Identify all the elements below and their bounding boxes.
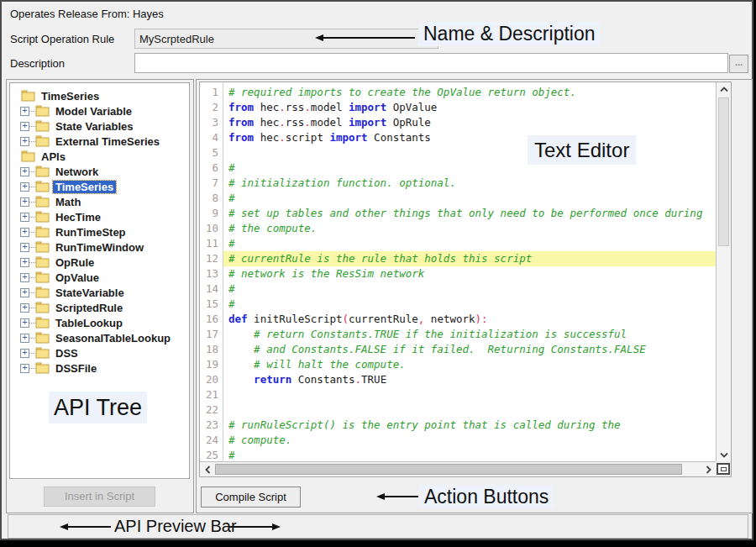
code-line-text: # compute. xyxy=(223,433,716,448)
tree-item-external-timeseries[interactable]: +External TimeSeries xyxy=(10,134,189,149)
tree-item-dss[interactable]: +DSS xyxy=(10,345,189,360)
code-line-text: return Constants.TRUE xyxy=(223,372,716,387)
tree-item-dssfile[interactable]: +DSSFile xyxy=(10,360,189,376)
code-line-text: # xyxy=(223,160,716,176)
tree-connector xyxy=(29,202,35,202)
horizontal-scrollbar[interactable] xyxy=(200,461,716,476)
tree-item-label: SeasonalTableLookup xyxy=(53,332,173,345)
tree-item-state-variables[interactable]: +State Variables xyxy=(10,118,189,134)
tree-item-apis[interactable]: APIs xyxy=(10,149,189,164)
code-line: 16def initRuleScript(currentRule, networ… xyxy=(200,312,716,327)
expand-plus-icon[interactable]: + xyxy=(20,303,29,313)
description-browse-button[interactable]: ... xyxy=(729,55,748,73)
line-number: 12 xyxy=(200,251,223,266)
tree-item-scriptedrule[interactable]: +ScriptedRule xyxy=(10,300,189,315)
expand-plus-icon[interactable]: + xyxy=(20,258,29,267)
insert-in-script-button[interactable]: Insert in Script xyxy=(44,487,155,507)
folder-icon xyxy=(35,211,50,223)
expand-plus-icon[interactable]: + xyxy=(20,243,29,252)
tree-item-model-variable[interactable]: +Model Variable xyxy=(10,103,189,118)
tree-connector xyxy=(29,247,35,248)
editor-expand-icon[interactable] xyxy=(716,461,731,476)
tree-item-timeseries[interactable]: TimeSeries xyxy=(10,88,189,103)
code-line: 23# runRuleScript() is the entry point t… xyxy=(200,418,716,433)
tree-connector xyxy=(29,338,35,339)
line-number: 22 xyxy=(200,402,223,418)
folder-icon xyxy=(35,226,50,238)
folder-icon xyxy=(35,362,50,374)
scroll-right-icon[interactable] xyxy=(701,463,716,476)
expand-plus-icon[interactable]: + xyxy=(20,107,29,116)
folder-icon xyxy=(21,90,35,102)
tree-connector xyxy=(29,353,35,354)
code-line: 1# required imports to create the OpValu… xyxy=(200,85,716,100)
tree-item-network[interactable]: +Network xyxy=(10,164,189,179)
line-number: 15 xyxy=(200,297,223,312)
tree-item-tablelookup[interactable]: +TableLookup xyxy=(10,315,189,330)
code-line: 17 # return Constants.TRUE if the initia… xyxy=(200,327,716,342)
scroll-up-icon[interactable] xyxy=(717,82,732,96)
code-line-text: # xyxy=(223,297,716,312)
tree-item-hectime[interactable]: +HecTime xyxy=(10,209,189,224)
tree-item-opvalue[interactable]: +OpValue xyxy=(10,270,189,285)
expand-plus-icon[interactable]: + xyxy=(20,197,29,207)
line-number: 13 xyxy=(200,266,223,281)
code-line: 9# set up tables and other things that o… xyxy=(200,206,716,221)
tree-item-label: APIs xyxy=(39,150,68,163)
compile-script-button[interactable]: Compile Script xyxy=(201,487,301,508)
line-number: 17 xyxy=(200,327,223,342)
vertical-scrollbar[interactable] xyxy=(716,82,731,461)
tree-item-label: Network xyxy=(53,166,101,178)
expand-plus-icon[interactable]: + xyxy=(20,213,29,222)
tree-connector xyxy=(29,187,35,187)
annotation-api-preview-bar: API Preview Bar xyxy=(114,515,237,538)
tree-connector xyxy=(29,368,35,369)
tree-connector xyxy=(29,217,35,218)
expand-plus-icon[interactable]: + xyxy=(20,228,29,237)
line-number: 8 xyxy=(200,191,223,206)
expand-plus-icon[interactable]: + xyxy=(20,318,29,328)
folder-icon xyxy=(21,150,35,162)
expand-plus-icon[interactable]: + xyxy=(20,167,29,176)
vertical-scroll-thumb[interactable] xyxy=(718,97,729,246)
script-editor-window: Operates Release From: Hayes Script Oper… xyxy=(0,0,753,540)
expand-plus-icon[interactable]: + xyxy=(20,349,29,358)
code-line-text: from hec.script import Constants xyxy=(223,130,716,145)
tree-item-math[interactable]: +Math xyxy=(10,194,189,209)
tree-item-statevariable[interactable]: +StateVariable xyxy=(10,285,189,300)
expand-plus-icon[interactable]: + xyxy=(20,334,29,343)
folder-icon xyxy=(35,332,50,344)
expand-plus-icon[interactable]: + xyxy=(20,122,29,131)
tree-item-label: RunTimeWindow xyxy=(53,241,146,254)
tree-item-oprule[interactable]: +OpRule xyxy=(10,255,189,270)
line-number: 23 xyxy=(200,418,223,433)
code-area[interactable]: 1# required imports to create the OpValu… xyxy=(200,82,716,461)
expand-plus-icon[interactable]: + xyxy=(20,364,29,373)
expand-plus-icon[interactable]: + xyxy=(20,182,29,192)
tree-item-runtimestep[interactable]: +RunTimeStep xyxy=(10,224,189,239)
scroll-left-icon[interactable] xyxy=(200,463,215,476)
folder-icon xyxy=(35,135,50,147)
code-line: 25# xyxy=(200,448,716,461)
expand-plus-icon[interactable]: + xyxy=(20,137,29,146)
script-text-editor[interactable]: 1# required imports to create the OpValu… xyxy=(199,82,732,477)
line-number: 14 xyxy=(200,281,223,297)
tree-item-timeseries[interactable]: +TimeSeries xyxy=(10,179,189,194)
tree-item-runtimewindow[interactable]: +RunTimeWindow xyxy=(10,239,189,255)
tree-item-seasonaltablelookup[interactable]: +SeasonalTableLookup xyxy=(10,330,189,345)
code-line-text: # will halt the compute. xyxy=(223,357,716,372)
tree-connector xyxy=(29,262,35,263)
scroll-down-icon[interactable] xyxy=(717,448,732,461)
annotation-api-tree: API Tree xyxy=(49,392,147,423)
expand-plus-icon[interactable]: + xyxy=(20,288,29,297)
expand-plus-icon[interactable]: + xyxy=(20,273,29,282)
line-number: 2 xyxy=(200,100,223,115)
code-line: 18 # and Constants.FALSE if it failed. R… xyxy=(200,342,716,357)
description-input[interactable] xyxy=(134,53,728,73)
rule-name-input[interactable] xyxy=(134,29,438,49)
folder-icon xyxy=(35,347,50,359)
line-number: 5 xyxy=(200,145,223,160)
horizontal-scroll-thumb[interactable] xyxy=(215,464,682,475)
folder-icon xyxy=(35,166,50,177)
line-number: 3 xyxy=(200,115,223,130)
